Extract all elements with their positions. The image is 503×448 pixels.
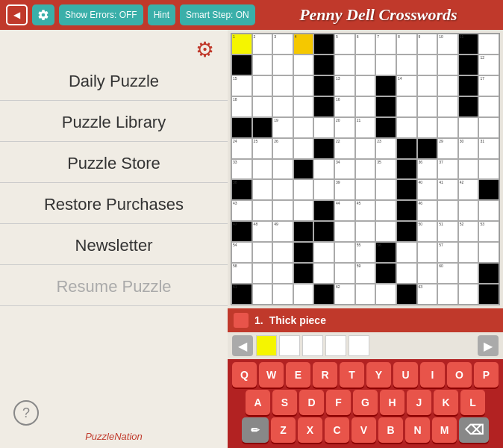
grid-cell-1-5[interactable] <box>334 55 355 75</box>
smart-step-button[interactable]: Smart Step: ON <box>180 4 255 25</box>
grid-cell-5-12[interactable]: 31 <box>478 138 499 159</box>
key-pencil[interactable]: ✏ <box>242 417 269 443</box>
key-P[interactable]: P <box>474 362 499 388</box>
grid-cell-0-7[interactable]: 7 <box>375 34 396 55</box>
back-button[interactable]: ◀ <box>6 4 28 25</box>
grid-cell-5-10[interactable]: 29 <box>437 138 458 159</box>
grid-cell-4-3[interactable] <box>293 117 314 138</box>
grid-cell-12-9[interactable]: 63 <box>417 284 438 305</box>
key-R[interactable]: R <box>313 362 337 388</box>
grid-cell-5-3[interactable] <box>293 138 314 159</box>
grid-cell-0-0[interactable]: 1 <box>231 34 252 55</box>
grid-cell-5-7[interactable]: 23 <box>375 138 396 159</box>
key-L[interactable]: L <box>460 390 485 415</box>
grid-cell-9-0[interactable]: 47 <box>231 221 252 242</box>
grid-cell-9-3[interactable] <box>293 221 314 242</box>
grid-cell-12-5[interactable]: 62 <box>334 284 355 305</box>
key-Z[interactable]: Z <box>271 417 296 443</box>
grid-cell-9-10[interactable]: 51 <box>437 221 458 242</box>
grid-cell-0-3[interactable]: 4 <box>293 34 314 55</box>
grid-cell-6-7[interactable]: 35 <box>375 159 396 180</box>
grid-cell-4-11[interactable] <box>458 117 479 138</box>
grid-cell-2-6[interactable] <box>355 75 376 96</box>
menu-item-daily-puzzle[interactable]: Daily Puzzle <box>0 60 228 101</box>
grid-cell-6-12[interactable] <box>478 159 499 180</box>
grid-cell-3-5[interactable]: 16 <box>334 96 355 117</box>
key-I[interactable]: I <box>420 362 445 388</box>
grid-cell-1-4[interactable] <box>313 55 334 75</box>
grid-cell-2-0[interactable]: 15 <box>231 75 252 96</box>
grid-cell-11-5[interactable] <box>334 263 355 284</box>
grid-cell-3-1[interactable] <box>252 96 273 117</box>
grid-cell-12-8[interactable] <box>396 284 417 305</box>
grid-cell-3-2[interactable] <box>272 96 293 117</box>
grid-cell-4-5[interactable]: 20 <box>334 117 355 138</box>
grid-cell-6-2[interactable] <box>272 159 293 180</box>
grid-cell-4-8[interactable] <box>396 117 417 138</box>
grid-cell-3-3[interactable] <box>293 96 314 117</box>
grid-cell-2-2[interactable] <box>272 75 293 96</box>
key-C[interactable]: C <box>325 417 349 443</box>
key-H[interactable]: H <box>380 390 404 415</box>
grid-cell-4-4[interactable] <box>313 117 334 138</box>
grid-cell-5-1[interactable]: 25 <box>252 138 273 159</box>
grid-cell-2-5[interactable]: 13 <box>334 75 355 96</box>
grid-cell-9-9[interactable]: 50 <box>417 221 438 242</box>
grid-cell-11-0[interactable]: 58 <box>231 263 252 284</box>
grid-cell-1-6[interactable] <box>355 55 376 75</box>
grid-cell-4-10[interactable] <box>437 117 458 138</box>
key-M[interactable]: M <box>432 417 457 443</box>
grid-cell-8-6[interactable]: 45 <box>355 200 376 221</box>
grid-cell-0-4[interactable] <box>313 34 334 55</box>
grid-cell-6-4[interactable] <box>313 159 334 180</box>
grid-cell-5-6[interactable] <box>355 138 376 159</box>
grid-cell-2-11[interactable] <box>458 75 479 96</box>
grid-cell-4-2[interactable]: 19 <box>272 117 293 138</box>
key-A[interactable]: A <box>246 390 270 415</box>
grid-cell-11-8[interactable] <box>396 263 417 284</box>
grid-cell-10-4[interactable] <box>313 242 334 263</box>
grid-cell-8-2[interactable] <box>272 200 293 221</box>
key-W[interactable]: W <box>259 362 284 388</box>
grid-cell-9-11[interactable]: 52 <box>458 221 479 242</box>
grid-cell-7-3[interactable] <box>293 179 314 200</box>
grid-cell-2-8[interactable]: 14 <box>396 75 417 96</box>
grid-cell-4-7[interactable] <box>375 117 396 138</box>
grid-cell-9-12[interactable]: 53 <box>478 221 499 242</box>
grid-cell-5-0[interactable]: 24 <box>231 138 252 159</box>
grid-cell-8-10[interactable] <box>437 200 458 221</box>
grid-cell-8-7[interactable] <box>375 200 396 221</box>
key-F[interactable]: F <box>326 390 351 415</box>
key-K[interactable]: K <box>434 390 458 415</box>
grid-cell-11-9[interactable] <box>417 263 438 284</box>
grid-cell-10-11[interactable] <box>458 242 479 263</box>
key-G[interactable]: G <box>353 390 378 415</box>
grid-cell-9-6[interactable] <box>355 221 376 242</box>
settings-button[interactable] <box>32 4 54 25</box>
grid-cell-3-7[interactable] <box>375 96 396 117</box>
grid-cell-11-11[interactable] <box>458 263 479 284</box>
menu-item-resume-puzzle[interactable]: Resume Puzzle <box>0 265 228 306</box>
grid-cell-12-0[interactable]: 61 <box>231 284 252 305</box>
grid-cell-4-0[interactable] <box>231 117 252 138</box>
menu-item-newsletter[interactable]: Newsletter <box>0 224 228 265</box>
grid-cell-0-2[interactable]: 3 <box>272 34 293 55</box>
grid-cell-10-5[interactable] <box>334 242 355 263</box>
grid-cell-6-8[interactable] <box>396 159 417 180</box>
grid-cell-10-3[interactable] <box>293 242 314 263</box>
grid-cell-3-10[interactable] <box>437 96 458 117</box>
grid-cell-4-9[interactable] <box>417 117 438 138</box>
key-N[interactable]: N <box>405 417 430 443</box>
grid-cell-9-2[interactable]: 49 <box>272 221 293 242</box>
grid-cell-1-8[interactable] <box>396 55 417 75</box>
grid-cell-10-10[interactable]: 57 <box>437 242 458 263</box>
grid-cell-12-3[interactable] <box>293 284 314 305</box>
grid-cell-6-5[interactable]: 34 <box>334 159 355 180</box>
key-D[interactable]: D <box>299 390 324 415</box>
grid-cell-5-5[interactable]: 22 <box>334 138 355 159</box>
grid-cell-7-11[interactable]: 42 <box>458 179 479 200</box>
grid-cell-6-6[interactable] <box>355 159 376 180</box>
grid-cell-11-12[interactable] <box>478 263 499 284</box>
grid-cell-6-9[interactable]: 36 <box>417 159 438 180</box>
grid-cell-8-9[interactable]: 46 <box>417 200 438 221</box>
